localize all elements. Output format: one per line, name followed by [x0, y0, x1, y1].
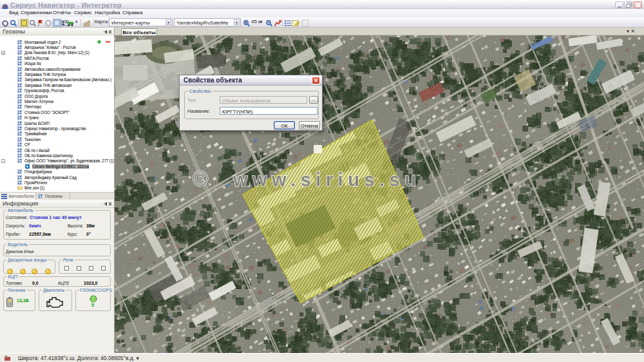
svg-text:©: ©: [193, 167, 208, 191]
svg-text:www.sirius.su: www.sirius.su: [232, 169, 421, 190]
